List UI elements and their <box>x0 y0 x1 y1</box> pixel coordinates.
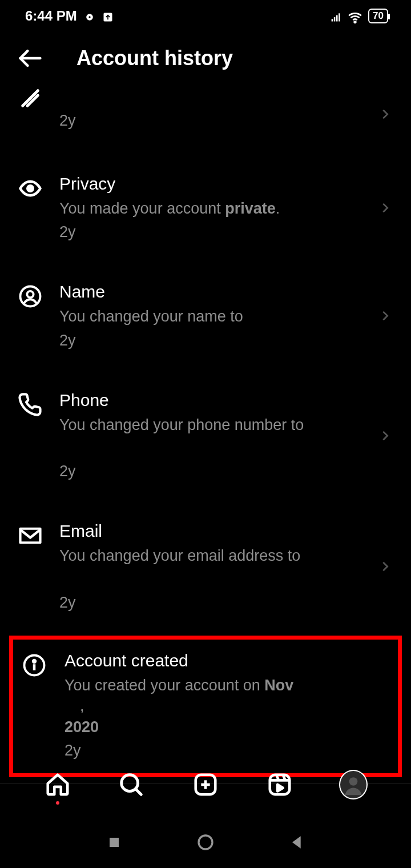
row-desc: You changed your phone number to <box>59 415 365 435</box>
nav-profile[interactable] <box>339 770 368 799</box>
svg-point-28 <box>349 777 358 786</box>
history-row-privacy[interactable]: Privacy You made your account private. 2… <box>0 160 411 255</box>
sys-home[interactable] <box>196 833 215 851</box>
row-desc: You made your account private. <box>59 198 365 219</box>
row-desc: You changed your email address to <box>59 545 365 566</box>
upload-icon <box>102 10 114 22</box>
wifi-icon <box>348 10 362 22</box>
row-time: 2y <box>59 594 365 612</box>
history-row[interactable]: 2y <box>0 85 411 143</box>
phone-icon <box>17 391 43 417</box>
mail-icon <box>17 521 43 548</box>
history-list: 2y Privacy You made your account private… <box>0 85 411 777</box>
svg-line-19 <box>136 789 142 795</box>
sys-back[interactable] <box>288 833 306 851</box>
battery-indicator: 70 <box>368 9 388 23</box>
sys-recent[interactable] <box>105 833 123 851</box>
avatar <box>339 770 368 799</box>
row-time: 2y <box>59 223 365 241</box>
history-row-created[interactable]: Account created You created your account… <box>13 640 398 773</box>
svg-rect-4 <box>334 17 336 22</box>
status-right: 70 <box>331 9 388 23</box>
page-title: Account history <box>76 46 233 70</box>
history-row-name[interactable]: Name You changed your name to 2y <box>0 268 411 363</box>
history-row-email[interactable]: Email You changed your email address to … <box>0 508 411 625</box>
svg-rect-6 <box>339 13 340 21</box>
system-nav <box>0 817 411 868</box>
eye-icon <box>17 174 43 200</box>
bottom-nav <box>0 758 411 811</box>
status-bar: 6:44 PM 70 <box>0 0 411 32</box>
svg-point-1 <box>88 16 90 18</box>
row-time: 2y <box>59 463 365 480</box>
svg-marker-27 <box>277 785 283 791</box>
svg-marker-31 <box>292 836 301 848</box>
back-button[interactable] <box>17 46 42 71</box>
edit-icon <box>17 85 43 110</box>
row-title: Account created <box>65 651 361 670</box>
chevron-right-icon <box>379 108 392 120</box>
chevron-right-icon <box>379 310 392 322</box>
row-title: Name <box>59 282 365 302</box>
row-time: 2y <box>59 332 365 349</box>
row-title: Privacy <box>59 174 365 194</box>
status-time: 6:44 PM <box>25 8 77 24</box>
svg-point-7 <box>354 21 356 23</box>
row-time: 2y <box>59 112 365 130</box>
row-desc: You created your account on Nov ember xx… <box>65 675 361 737</box>
nav-home[interactable] <box>43 770 72 799</box>
history-row-phone[interactable]: Phone You changed your phone number to 2… <box>0 377 411 494</box>
nav-search[interactable] <box>117 770 146 799</box>
signal-icon <box>331 10 342 22</box>
row-desc: You changed your name to <box>59 306 365 327</box>
highlighted-row: Account created You created your account… <box>9 636 402 777</box>
status-left: 6:44 PM <box>25 8 114 24</box>
nav-indicator-dot <box>56 801 59 805</box>
row-time: 2y <box>65 742 361 760</box>
chevron-right-icon <box>379 202 392 214</box>
info-icon <box>21 651 47 677</box>
nav-create[interactable] <box>191 770 220 799</box>
battery-level: 70 <box>373 10 384 22</box>
chevron-right-icon <box>379 429 392 442</box>
row-title: Email <box>59 521 365 541</box>
svg-point-16 <box>33 660 36 662</box>
page-header: Account history <box>0 32 411 85</box>
svg-point-13 <box>27 291 33 298</box>
nav-reels[interactable] <box>265 770 294 799</box>
svg-rect-3 <box>332 19 333 21</box>
chevron-right-icon <box>379 560 392 573</box>
row-title: Phone <box>59 391 365 410</box>
music-icon <box>84 10 95 22</box>
svg-rect-5 <box>336 15 338 22</box>
svg-point-11 <box>26 184 34 192</box>
svg-rect-29 <box>110 838 119 847</box>
svg-point-30 <box>199 835 212 849</box>
person-icon <box>17 282 43 308</box>
